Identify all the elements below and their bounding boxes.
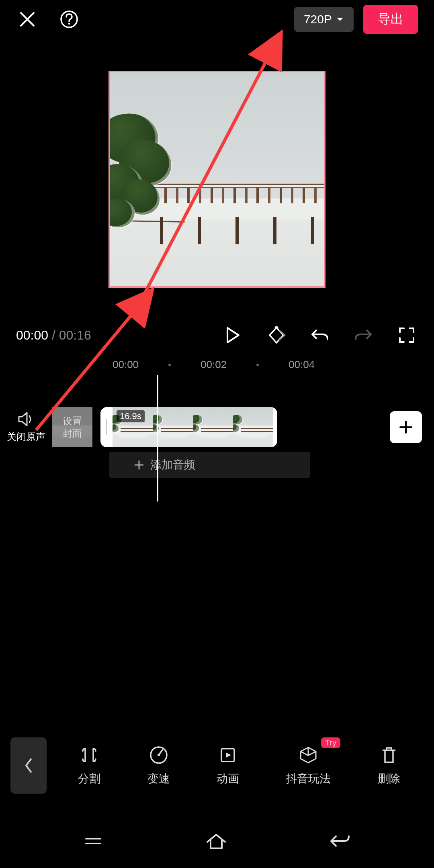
add-audio-button[interactable]: 添加音频: [109, 452, 310, 478]
help-button[interactable]: [58, 8, 80, 31]
export-label: 导出: [378, 12, 403, 26]
play-icon: [225, 326, 241, 344]
svg-point-1: [68, 23, 70, 25]
try-badge: Try: [321, 737, 340, 748]
keyframe-icon: [267, 326, 286, 344]
tool-label: 动画: [217, 771, 239, 786]
tool-delete[interactable]: 删除: [378, 745, 400, 786]
resolution-selector[interactable]: 720P: [294, 7, 354, 32]
fullscreen-icon: [398, 327, 415, 344]
svg-line-5: [145, 32, 281, 293]
ruler-dot: [168, 364, 171, 366]
tool-label: 删除: [378, 771, 400, 786]
keyframe-button[interactable]: [265, 324, 288, 346]
back-icon: [329, 833, 351, 849]
toolbar-back-button[interactable]: [10, 737, 47, 794]
chevron-left-icon: [24, 757, 33, 774]
redo-icon: [354, 327, 373, 343]
tool-label: 抖音玩法: [286, 771, 331, 786]
help-icon: [59, 10, 79, 29]
animation-icon: [218, 745, 237, 765]
close-icon: [18, 10, 36, 28]
nav-recent[interactable]: [83, 833, 104, 851]
cube-icon: [298, 745, 318, 765]
resolution-label: 720P: [304, 12, 332, 26]
tool-label: 分割: [78, 771, 100, 786]
export-button[interactable]: 导出: [363, 5, 418, 34]
close-button[interactable]: [16, 8, 39, 31]
ruler-mark: 00:02: [201, 358, 227, 371]
ruler-mark: 00:04: [289, 358, 315, 371]
home-icon: [205, 831, 227, 851]
trash-icon: [380, 745, 398, 765]
split-icon: [80, 745, 99, 765]
annotation-arrow: [141, 24, 293, 297]
undo-button[interactable]: [309, 324, 331, 346]
tool-split[interactable]: 分割: [78, 745, 100, 786]
add-clip-button[interactable]: [390, 411, 422, 443]
clip-thumbnail: [233, 407, 273, 447]
tool-douyin-effects[interactable]: Try 抖音玩法: [286, 745, 331, 786]
clip-thumbnail: [193, 407, 233, 447]
nav-home[interactable]: [205, 831, 227, 852]
chevron-down-icon: [336, 17, 344, 22]
plus-icon: [133, 459, 145, 471]
undo-icon: [311, 327, 329, 343]
ruler-dot: [256, 364, 259, 366]
redo-button: [352, 324, 375, 346]
speed-icon: [149, 745, 169, 765]
play-button[interactable]: [222, 324, 244, 346]
fullscreen-button[interactable]: [395, 324, 418, 346]
tool-animation[interactable]: 动画: [217, 745, 239, 786]
menu-icon: [83, 833, 104, 849]
nav-back[interactable]: [329, 833, 351, 851]
svg-line-6: [36, 289, 153, 430]
svg-point-3: [158, 754, 160, 756]
tool-label: 变速: [147, 771, 170, 786]
plus-icon: [398, 419, 414, 435]
tool-speed[interactable]: 变速: [147, 745, 170, 786]
annotation-arrow: [32, 281, 161, 434]
